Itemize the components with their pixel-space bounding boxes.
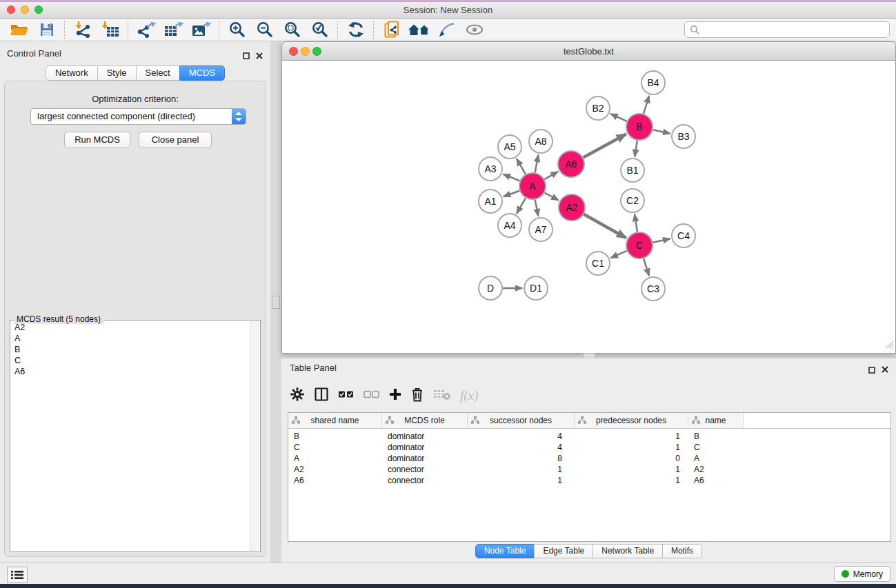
column-header-shared-name[interactable]: shared name — [288, 413, 382, 428]
close-table-panel-icon[interactable] — [882, 363, 888, 376]
criterion-dropdown[interactable]: largest connected component (directed) — [30, 108, 246, 125]
result-item[interactable]: A6 — [11, 366, 250, 377]
show-columns-icon[interactable] — [314, 387, 329, 405]
graph-edge-B-B1[interactable] — [635, 141, 637, 156]
tab-style[interactable]: Style — [97, 65, 137, 81]
result-item[interactable]: A — [11, 333, 250, 344]
table-cell: dominator — [382, 454, 468, 463]
graph-edge-C-C1[interactable] — [610, 251, 626, 258]
table-body: Bdominator41BCdominator41CAdominator80AA… — [288, 429, 890, 486]
toolbar-separator — [128, 21, 129, 39]
tab-motifs[interactable]: Motifs — [662, 544, 702, 558]
minimize-network-button[interactable] — [301, 47, 310, 56]
float-table-panel-icon[interactable] — [868, 364, 875, 376]
export-table-icon[interactable] — [160, 19, 188, 40]
zoom-fit-icon[interactable] — [279, 19, 306, 40]
graph-edge-A-A1[interactable] — [504, 191, 519, 196]
table-cell: C — [288, 443, 382, 452]
memory-button[interactable]: Memory — [834, 566, 890, 582]
zoom-in-icon[interactable] — [223, 19, 251, 40]
run-mcds-button[interactable]: Run MCDS — [64, 132, 130, 148]
graph-node-label-A4: A4 — [504, 220, 515, 231]
graph-node-label-B2: B2 — [592, 103, 604, 114]
column-header-MCDS-role[interactable]: MCDS role — [382, 413, 468, 428]
table-cell: 4 — [468, 443, 575, 452]
column-header-predecessor-nodes[interactable]: predecessor nodes — [575, 413, 688, 428]
select-all-icon[interactable] — [338, 389, 355, 403]
result-item[interactable]: C — [11, 355, 250, 366]
close-panel-icon[interactable] — [256, 50, 263, 62]
table-cell: B — [688, 432, 744, 441]
table-row[interactable]: A6connector11A6 — [288, 475, 890, 486]
zoom-window-button[interactable] — [34, 6, 43, 14]
graph-node-label-A6: A6 — [565, 159, 577, 170]
import-table-icon[interactable] — [97, 19, 124, 40]
graph-node-label-C3: C3 — [647, 283, 659, 294]
table-row[interactable]: Adominator80A — [288, 453, 890, 464]
show-graphics-details-icon[interactable] — [461, 19, 488, 40]
task-history-button[interactable] — [7, 567, 28, 583]
column-header-name[interactable]: name — [688, 413, 744, 428]
graph-edge-C-C2[interactable] — [635, 214, 637, 232]
table-header-row: shared nameMCDS rolesuccessor nodesprede… — [288, 413, 890, 429]
graph-edge-A6-B[interactable] — [584, 134, 626, 158]
tab-mcds[interactable]: MCDS — [179, 65, 225, 81]
tab-select[interactable]: Select — [136, 65, 180, 81]
graph-edge-C-C4[interactable] — [653, 239, 670, 242]
zoom-out-icon[interactable] — [251, 19, 279, 40]
column-header-successor-nodes[interactable]: successor nodes — [468, 413, 575, 428]
float-panel-icon[interactable] — [243, 50, 250, 62]
search-field[interactable] — [684, 21, 890, 38]
result-scrollbar[interactable] — [250, 321, 259, 551]
import-network-icon[interactable] — [69, 19, 97, 40]
table-settings-icon[interactable] — [290, 387, 305, 405]
export-network-icon[interactable] — [132, 19, 160, 40]
minimize-window-button[interactable] — [21, 6, 29, 14]
first-neighbors-icon[interactable] — [406, 19, 433, 40]
network-view-window: testGlobe.txt AA1A2A3A4A5A6A7A8BB1B2B3B4… — [281, 41, 896, 354]
search-input[interactable] — [702, 24, 889, 35]
network-window-titlebar[interactable]: testGlobe.txt — [281, 41, 896, 61]
table-cell: 1 — [575, 432, 688, 441]
delete-row-icon[interactable] — [410, 387, 424, 405]
zoom-network-button[interactable] — [312, 47, 321, 56]
application-window: Session: New Session Control Panel N — [0, 0, 896, 588]
table-row[interactable]: A2connector11A2 — [288, 464, 890, 475]
network-canvas[interactable]: AA1A2A3A4A5A6A7A8BB1B2B3B4CC1C2C3C4DD1 — [281, 61, 896, 354]
graph-edge-A-A4[interactable] — [517, 198, 526, 213]
save-session-icon[interactable] — [33, 19, 61, 40]
graph-edge-B-B4[interactable] — [644, 96, 649, 114]
graph-edge-A-A5[interactable] — [517, 159, 526, 174]
table-row[interactable]: Cdominator41C — [288, 442, 890, 453]
tab-network[interactable]: Network — [46, 65, 98, 81]
graph-edge-B-B3[interactable] — [653, 130, 670, 133]
export-image-icon[interactable] — [188, 19, 215, 40]
result-item[interactable]: A2 — [11, 322, 250, 333]
graph-edge-A2-C[interactable] — [584, 214, 626, 238]
graph-edge-B-B2[interactable] — [610, 114, 627, 121]
graph-edge-A-A3[interactable] — [504, 174, 520, 181]
tab-node-table[interactable]: Node Table — [475, 544, 535, 558]
graph-edge-A-A6[interactable] — [544, 172, 558, 179]
graph-edge-A-A7[interactable] — [535, 200, 539, 216]
close-network-button[interactable] — [289, 47, 298, 56]
hide-selected-icon[interactable] — [433, 19, 461, 40]
table-row[interactable]: Bdominator41B — [288, 431, 890, 442]
refresh-icon[interactable] — [342, 19, 370, 40]
table-cell: A6 — [288, 476, 382, 485]
deselect-all-icon[interactable] — [364, 389, 380, 403]
close-window-button[interactable] — [7, 6, 15, 14]
close-panel-button[interactable]: Close panel — [139, 132, 212, 148]
result-item[interactable]: B — [11, 344, 250, 355]
vertical-splitter-handle[interactable] — [272, 296, 280, 309]
tab-network-table[interactable]: Network Table — [593, 544, 663, 558]
graph-edge-C-C3[interactable] — [644, 258, 649, 276]
graph-edge-A-A8[interactable] — [535, 155, 539, 173]
tab-edge-table[interactable]: Edge Table — [534, 544, 593, 558]
open-session-icon[interactable] — [6, 19, 33, 40]
resize-grip-icon[interactable] — [885, 339, 894, 352]
graph-edge-A-A2[interactable] — [545, 193, 559, 201]
add-row-icon[interactable] — [389, 388, 401, 403]
new-network-from-selection-icon[interactable] — [378, 19, 406, 40]
zoom-selected-icon[interactable] — [306, 19, 334, 40]
